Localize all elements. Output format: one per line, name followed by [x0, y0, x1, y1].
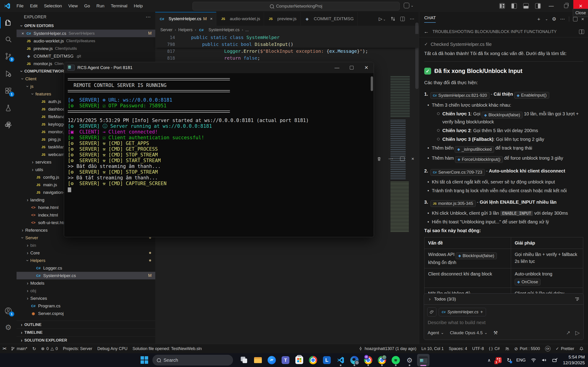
explorer-more-icon[interactable]: ⋯ — [146, 14, 151, 20]
tree-item-Server.csproj[interactable]: ◉Server.csproj — [17, 310, 155, 317]
chat-dropdown-icon[interactable]: ⌄ — [545, 17, 548, 21]
status-utf8[interactable]: UTF-8 — [470, 344, 486, 353]
taskbar-teams[interactable]: T — [279, 354, 292, 366]
status-people[interactable] — [502, 344, 512, 353]
taskbar-edge[interactable] — [348, 354, 361, 366]
editor-scrollbar[interactable] — [415, 23, 418, 89]
tree-item-Core[interactable]: ›Core — [17, 249, 155, 257]
open-editor-item[interactable]: ◆COMMIT_EDITMSG.git — [17, 52, 155, 60]
tree-item-Models[interactable]: ›Models — [17, 279, 155, 287]
chat-close-icon[interactable]: × — [581, 16, 584, 22]
chat-prompt-input[interactable]: Describe what to build next — [424, 317, 583, 327]
toggle-sidebar-icon[interactable] — [511, 3, 517, 9]
tree-item-Services[interactable]: ›Services — [17, 294, 155, 302]
tree-item-bin[interactable]: ›bin — [17, 242, 155, 249]
status-debug[interactable]: Debug Any CPU — [95, 344, 130, 353]
tree-item-Program.cs[interactable]: C#Program.cs — [17, 302, 155, 310]
code-chip[interactable]: C#SystemHelper.cs:821-920 — [431, 92, 489, 99]
menu-help[interactable]: Help — [131, 2, 145, 9]
toggle-secondary-sidebar-icon[interactable] — [535, 3, 541, 9]
taskbar-settings[interactable]: ⚙ — [403, 354, 416, 366]
status-sync[interactable]: ↻ — [30, 344, 39, 353]
status-prettier[interactable]: ✓Prettier — [553, 344, 577, 353]
chat-tab[interactable]: CHAT — [424, 15, 436, 23]
maximize-panel-icon[interactable] — [400, 157, 405, 161]
explorer-icon[interactable] — [0, 15, 17, 30]
menu-run[interactable]: Run — [94, 2, 107, 9]
console-close-icon[interactable]: ✕ — [359, 62, 374, 73]
send-icon[interactable]: ▷ — [575, 329, 580, 336]
menu-file[interactable]: File — [14, 2, 26, 9]
taskbar-vscode[interactable] — [334, 354, 347, 366]
console-output[interactable]: REMOTE CONTROL SERVER IS RUNNING[⚙ SERVE… — [64, 73, 374, 237]
breadcrumb-item[interactable]: ... — [245, 27, 249, 32]
open-editors-section[interactable]: ›OPEN EDITORS — [17, 22, 155, 30]
status-problems[interactable]: ⊗0△0 — [39, 344, 61, 353]
taskbar-file-explorer[interactable] — [252, 354, 264, 366]
open-editor-item[interactable]: ×C#SystemHelper.csServer\HelpersM — [17, 30, 155, 37]
code-chip[interactable]: ◈ForceUnblockInput() — [455, 156, 503, 163]
menu-view[interactable]: View — [66, 2, 81, 9]
panel-more-icon[interactable]: ⋯ — [389, 156, 393, 161]
settings-gear-icon[interactable]: ⚙ — [0, 320, 17, 335]
taskbar-chrome[interactable] — [307, 354, 319, 366]
compare-icon[interactable] — [391, 17, 395, 21]
open-editor-layout-icon[interactable] — [579, 30, 584, 34]
voice-arrow-icon[interactable]: ↗ — [566, 330, 570, 336]
customize-layout-icon[interactable] — [499, 3, 505, 9]
menu-go[interactable]: Go — [81, 2, 93, 9]
code-chip[interactable]: ◈_isInputBlocked — [455, 146, 494, 153]
console-window[interactable]: RCS Agent Core - Port 8181 — ✕ REMOTE CO… — [64, 62, 374, 237]
status-solution[interactable]: Solution file opened: TestNewWeb.sln — [130, 344, 204, 353]
console-titlebar[interactable]: RCS Agent Core - Port 8181 — ✕ — [64, 62, 374, 73]
toggle-panel-icon[interactable] — [523, 3, 529, 9]
panel-outline[interactable]: ›OUTLINE — [17, 321, 155, 328]
menu-terminal[interactable]: Terminal — [108, 2, 130, 9]
menu-selection[interactable]: Selection — [41, 2, 65, 9]
status-remote[interactable]: >< — [0, 344, 8, 353]
taskbar-microsoft-store[interactable] — [293, 354, 305, 366]
volume-icon[interactable] — [541, 357, 547, 363]
pen-battery-icon[interactable] — [552, 357, 558, 363]
menu-edit[interactable]: Edit — [27, 2, 40, 9]
tree-item-Logger.cs[interactable]: C#Logger.cs — [17, 264, 155, 272]
model-selector[interactable]: Claude Opus 4.5⌄ — [450, 330, 488, 335]
panel-solution-explorer[interactable]: ›SOLUTION EXPLORER — [17, 336, 155, 344]
status-bell[interactable] — [577, 344, 586, 353]
code-chip[interactable]: ◈BlockInput(false) — [482, 112, 523, 118]
editor-more-icon[interactable]: ⋯ — [410, 16, 414, 22]
console-minimize-icon[interactable]: — — [330, 62, 344, 73]
extensions-icon[interactable]: 1 — [0, 83, 17, 99]
taskbar-task-view[interactable] — [238, 354, 250, 366]
command-center-search[interactable]: ComputerNetworkingProj — [192, 2, 400, 10]
code-chip[interactable]: JSmonitor.js:305-345 — [431, 200, 476, 207]
minimap[interactable] — [390, 23, 412, 243]
taskbar-clock[interactable]: 5:54 PM 12/19/2025 — [563, 354, 585, 366]
breadcrumb-item[interactable]: Helpers — [178, 27, 192, 32]
copilot-menu[interactable]: ⌄ — [404, 3, 414, 8]
search-sidebar-icon[interactable] — [0, 32, 17, 47]
tab-preview.js[interactable]: JSpreview.js — [264, 12, 300, 26]
chat-expand-icon[interactable] — [573, 17, 578, 21]
status-cshield[interactable]: C# — [543, 344, 553, 353]
open-editor-item[interactable]: JSaudio-worklet.jsClient\js\features — [17, 37, 155, 45]
source-control-icon[interactable]: 3 — [0, 49, 17, 64]
taskbar-chrome-profile-h[interactable]: H — [362, 354, 374, 366]
panel-timeline[interactable]: ›TIMELINE — [17, 328, 155, 336]
new-chat-icon[interactable]: ＋ — [536, 16, 541, 22]
breadcrumb[interactable]: Server›Helpers›C#SystemHelper.cs›... — [155, 26, 419, 34]
todos-row[interactable]: › Todos (3/3) — [424, 294, 583, 305]
close-panel-icon[interactable]: × — [411, 156, 414, 161]
testing-icon[interactable] — [0, 100, 17, 116]
status-hoazgnhatt1307[interactable]: hoazgnhatt1307 (1 day ago) — [356, 344, 419, 353]
taskbar-search[interactable]: Search — [153, 355, 233, 365]
back-icon[interactable]: ← — [424, 29, 429, 35]
taskbar-rcs-console[interactable] — [417, 354, 430, 366]
status-c[interactable]: { }C# — [486, 344, 502, 353]
code-chip[interactable]: C#ServerCore.cs:709-723 — [431, 169, 485, 176]
todos-checklist-icon[interactable] — [575, 297, 580, 302]
taskbar-l-app[interactable]: L — [321, 354, 333, 366]
tray-chevron-icon[interactable]: ∧ — [488, 358, 491, 363]
code-chip[interactable]: ◈OnClose — [515, 279, 541, 285]
status-main[interactable]: main* — [8, 344, 30, 353]
